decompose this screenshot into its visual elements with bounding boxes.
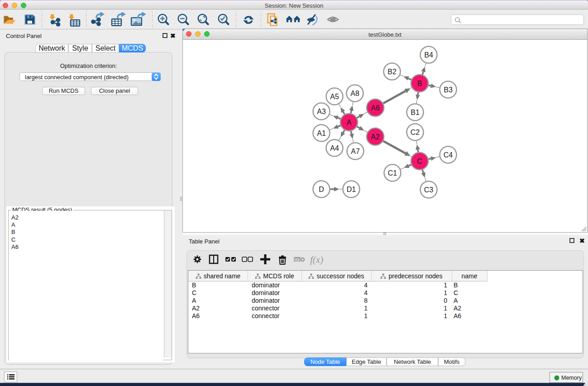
svg-text:B1: B1 [411, 109, 420, 116]
svg-text:B3: B3 [444, 86, 453, 94]
svg-text:A8: A8 [350, 90, 359, 97]
svg-text:A1: A1 [317, 129, 326, 137]
svg-text:A5: A5 [330, 93, 339, 100]
svg-text:C2: C2 [411, 129, 420, 136]
svg-text:B4: B4 [424, 51, 433, 59]
svg-text:A4: A4 [330, 144, 339, 152]
svg-text:C: C [417, 157, 422, 165]
svg-text:C4: C4 [444, 151, 453, 159]
svg-text:A7: A7 [351, 148, 360, 155]
svg-text:A2: A2 [371, 133, 380, 141]
svg-text:D: D [319, 186, 324, 193]
svg-text:B: B [417, 80, 422, 87]
svg-text:A: A [347, 119, 352, 126]
svg-text:C1: C1 [388, 169, 397, 177]
svg-text:C3: C3 [424, 186, 434, 194]
svg-text:A3: A3 [317, 108, 326, 115]
svg-text:A6: A6 [371, 104, 380, 112]
svg-text:D1: D1 [347, 186, 356, 193]
svg-text:B2: B2 [387, 68, 397, 76]
